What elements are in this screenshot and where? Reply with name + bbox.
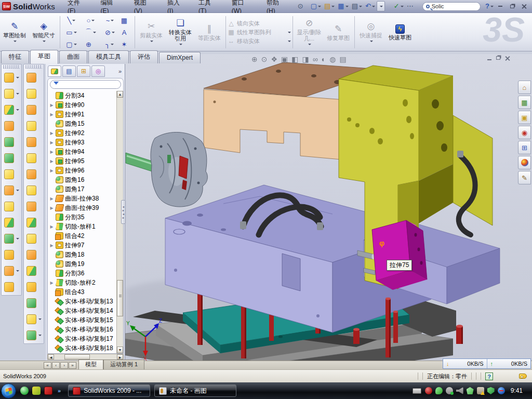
expand-arrow-icon[interactable]: ▶	[49, 150, 54, 154]
polygon-tool-icon[interactable]: ⊕	[81, 38, 100, 50]
configuration-manager-tab[interactable]: ⊞	[77, 65, 90, 77]
tray-icon[interactable]	[487, 387, 495, 394]
feature-tree-item[interactable]: ▶ 拉伸92	[48, 128, 116, 138]
tab-scroll-button[interactable]: ‹	[52, 362, 60, 369]
selection-box-icon[interactable]: ▦	[119, 15, 133, 26]
chamfer-icon[interactable]	[2, 118, 21, 134]
command-tab[interactable]: 曲面	[59, 50, 87, 63]
panel-overflow-button[interactable]: »	[118, 68, 123, 74]
feature-tree-item[interactable]: ▶ 实体-移动/复制14	[48, 306, 116, 315]
restore-button[interactable]	[507, 3, 517, 10]
feature-tree-item[interactable]: ▶ 实体-移动/复制17	[48, 334, 116, 343]
save-icon[interactable]: ▦	[336, 1, 350, 11]
slot-tool-icon[interactable]: ▢	[62, 38, 81, 50]
hide-show-items-icon[interactable]: ∞	[313, 55, 318, 63]
task-list-icon[interactable]: ✓	[392, 1, 405, 11]
expand-arrow-icon[interactable]: ▶	[49, 103, 54, 108]
tray-icon[interactable]	[477, 387, 484, 394]
scroll-thumb[interactable]	[117, 280, 123, 317]
command-tab[interactable]: 草图	[30, 50, 58, 64]
command-tab[interactable]: 特征	[1, 50, 29, 63]
hscroll-thumb[interactable]	[64, 354, 90, 360]
feature-tree-item[interactable]: ▶ 实体-移动/复制13	[48, 297, 116, 306]
spline-tool-icon[interactable]: ~	[100, 15, 119, 26]
feature-tree-item[interactable]: ▶ 拉伸96	[48, 166, 116, 175]
view-orientation-icon[interactable]: ◧	[291, 55, 298, 63]
minimize-button[interactable]	[495, 3, 505, 10]
tray-icon[interactable]	[435, 387, 443, 394]
quick-snaps-button[interactable]: ◎ 快速捕捉	[356, 13, 385, 51]
feature-tree-item[interactable]: ▶ 圆角19	[48, 259, 116, 269]
flex-icon[interactable]	[24, 311, 44, 327]
feature-tree-item[interactable]: ▶ 拉伸93	[48, 138, 116, 147]
apply-scene-icon[interactable]: ◍	[329, 55, 336, 63]
dropdown-caret-icon[interactable]	[345, 6, 349, 9]
feature-tree-item[interactable]: ▶ 拉伸95	[48, 156, 116, 166]
feature-tree-item[interactable]: ▶ 实体-移动/复制16	[48, 325, 116, 334]
line-tool-icon[interactable]: ╲	[62, 15, 81, 26]
document-tab[interactable]: 运动算例 1	[103, 360, 144, 369]
feature-tree-item[interactable]: ▶ 分割35	[48, 212, 116, 222]
sketch-button[interactable]: ✎ 草图绘制	[0, 13, 29, 51]
feature-tree-item[interactable]: ▶ 圆角17	[48, 184, 116, 194]
expand-arrow-icon[interactable]: ▶	[49, 224, 54, 229]
scroll-down-button[interactable]: ▼	[117, 347, 123, 353]
expand-arrow-icon[interactable]: ▶	[49, 243, 54, 248]
scroll-right-button[interactable]: ▶	[117, 354, 123, 360]
instant3d-icon[interactable]	[2, 279, 21, 295]
property-manager-tab[interactable]: ▤	[62, 65, 76, 77]
status-tag-icon[interactable]	[519, 374, 527, 379]
feature-tree-item[interactable]: ▶ 拉伸94	[48, 147, 116, 156]
draft-icon[interactable]	[2, 150, 21, 166]
linear-pattern-icon[interactable]	[2, 182, 21, 198]
previous-view-icon[interactable]: ❖	[271, 55, 277, 63]
select-arrow-icon[interactable]	[377, 1, 385, 11]
view-settings-icon[interactable]: ▤	[339, 55, 346, 63]
move-copy-icon[interactable]	[2, 247, 21, 263]
command-tab[interactable]: 评估	[130, 50, 158, 63]
search-box[interactable]	[422, 2, 481, 11]
sketch-fillet-icon[interactable]: ╮	[100, 38, 119, 50]
feature-tree-item[interactable]: ▶ 实体-移动/复制15	[48, 315, 116, 325]
side-insert-block[interactable]: φ	[372, 220, 427, 290]
dimxpert-manager-tab[interactable]: ◎	[91, 65, 105, 77]
dropdown-caret-icon[interactable]	[401, 6, 404, 9]
dropdown-caret-icon[interactable]	[380, 6, 383, 9]
feature-tree-item[interactable]: ▶ 分割36	[48, 269, 116, 278]
combine-icon[interactable]	[2, 198, 21, 215]
feature-tree-item[interactable]: ▶ 曲面-拉伸38	[48, 194, 116, 203]
feature-tree-item[interactable]: ▶ 曲面-拉伸39	[48, 203, 116, 212]
hole-wizard-icon[interactable]	[2, 166, 21, 182]
resources-tab[interactable]: ⌂	[518, 81, 531, 94]
expand-arrow-icon[interactable]: ▶	[49, 196, 54, 201]
tray-icon[interactable]	[425, 387, 432, 394]
zoom-area-icon[interactable]: ⊙	[261, 55, 268, 63]
expand-arrow-icon[interactable]: ▶	[49, 159, 54, 164]
shell-icon[interactable]	[2, 134, 21, 150]
taskbar-button[interactable]: SolidWorks 2009 - ...	[68, 384, 150, 397]
doc-restore-icon[interactable]	[496, 56, 500, 60]
rib-icon[interactable]	[24, 215, 44, 231]
dome-icon[interactable]	[24, 102, 44, 118]
feature-tree-item[interactable]: ▶ 分割34	[48, 91, 116, 100]
toolbar-drag-handle[interactable]	[25, 65, 42, 69]
overflow-icon[interactable]: ⋯	[405, 1, 419, 11]
appearances-tab[interactable]	[518, 156, 531, 169]
rectangle-tool-icon[interactable]: ▭	[62, 26, 81, 38]
new-document-icon[interactable]: ▢	[309, 1, 323, 11]
linear-pattern-button[interactable]: ▦线性草图阵列	[228, 29, 291, 36]
expand-arrow-icon[interactable]: ▶	[49, 206, 54, 210]
status-help-button[interactable]: ?	[485, 373, 493, 380]
wrap-icon[interactable]	[24, 134, 44, 150]
design-library-tab[interactable]: ▦	[518, 96, 531, 109]
tray-icon[interactable]	[446, 387, 453, 394]
dropdown-caret-icon[interactable]	[318, 6, 321, 9]
safety-quicklaunch-icon[interactable]	[32, 387, 41, 395]
scroll-left-button[interactable]: ◀	[48, 354, 54, 360]
text-tool-icon[interactable]: A	[119, 26, 133, 38]
move-entities-button[interactable]: ↔移动实体	[228, 37, 291, 45]
custom-properties-tab[interactable]: ✎	[518, 171, 531, 184]
offset-entities-button[interactable]: ∥ 等距实体	[195, 13, 224, 51]
feature-tree-item[interactable]: ▶ 拉伸97	[48, 241, 116, 250]
display-style-icon[interactable]: ◨	[302, 55, 309, 63]
